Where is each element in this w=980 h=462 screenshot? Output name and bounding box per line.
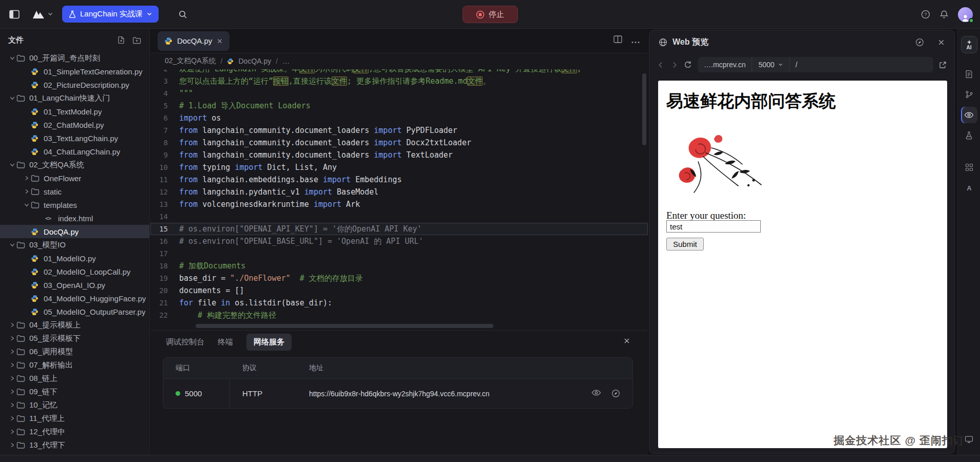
tree-item-folder[interactable]: 01_LangChain快速入门 bbox=[0, 91, 149, 105]
extensions-grid-icon[interactable] bbox=[961, 159, 977, 176]
tree-item-file[interactable]: 03_OpenAI_IO.py bbox=[0, 278, 149, 292]
code-line[interactable]: 3您可以点击最上方的“运行”按钮,直接运行该文件; 更多操作指引请参考Readm… bbox=[150, 75, 648, 87]
code-line[interactable]: 6import os bbox=[150, 112, 648, 124]
code-line[interactable]: 16# os.environ["OPENAI_BASE_URL"] = 'Ope… bbox=[150, 235, 648, 247]
tree-item-folder[interactable]: 07_解析输出 bbox=[0, 358, 149, 372]
chevron-right-icon[interactable] bbox=[8, 349, 16, 354]
open-in-browser-icon[interactable] bbox=[611, 389, 620, 398]
tree-item-folder[interactable]: templates bbox=[0, 198, 149, 211]
tab-network-service[interactable]: 网络服务 bbox=[246, 334, 292, 351]
code-line[interactable]: 19base_dir = "./OneFlower" # 文档的存放目录 bbox=[150, 272, 648, 284]
chevron-right-icon[interactable] bbox=[8, 442, 16, 448]
service-url[interactable]: https://6uib9x8r-hd6qkbrs-wy2shjk7hg94.v… bbox=[297, 390, 581, 398]
code-line[interactable]: 18# 加载Documents bbox=[150, 260, 648, 272]
chevron-right-icon[interactable] bbox=[8, 362, 16, 368]
url-bar[interactable]: ….mcprev.cn 5000 / bbox=[698, 57, 933, 72]
close-icon[interactable] bbox=[937, 38, 945, 46]
breadcrumb-symbol[interactable]: … bbox=[282, 57, 290, 65]
app-logo-icon[interactable] bbox=[32, 9, 45, 20]
preview-eye-icon[interactable] bbox=[591, 389, 601, 398]
new-folder-icon[interactable] bbox=[132, 36, 141, 44]
chevron-down-icon[interactable] bbox=[8, 55, 16, 61]
question-input[interactable] bbox=[666, 220, 761, 233]
bell-icon[interactable] bbox=[939, 10, 949, 19]
tree-item-file[interactable]: 04_ModelIO_HuggingFace.py bbox=[0, 292, 149, 305]
tab-terminal[interactable]: 终端 bbox=[218, 337, 233, 347]
url-path[interactable]: / bbox=[789, 57, 933, 72]
code-line[interactable]: 14 bbox=[150, 210, 648, 223]
tab-docqa[interactable]: DocQA.py bbox=[158, 31, 229, 51]
tree-item-folder[interactable]: 12_代理中 bbox=[0, 425, 149, 438]
table-row[interactable]: 5000 HTTP https://6uib9x8r-hd6qkbrs-wy2s… bbox=[163, 378, 632, 408]
tree-item-folder[interactable]: 06_调用模型 bbox=[0, 345, 149, 358]
code-line[interactable]: 9from langchain_community.document_loade… bbox=[150, 149, 648, 161]
chevron-down-icon[interactable] bbox=[8, 162, 16, 167]
code-line[interactable]: 7from langchain_community.document_loade… bbox=[150, 124, 648, 137]
vertical-scrollbar[interactable] bbox=[642, 73, 646, 145]
chevron-right-icon[interactable] bbox=[8, 389, 16, 394]
tree-item-folder[interactable]: 13_代理下 bbox=[0, 438, 149, 452]
test-flask-icon[interactable] bbox=[961, 127, 977, 144]
code-line[interactable]: 20documents = [] bbox=[150, 284, 648, 297]
chevron-right-icon[interactable] bbox=[8, 376, 16, 381]
forward-icon[interactable] bbox=[670, 61, 678, 69]
code-line[interactable]: 21for file in os.listdir(base_dir): bbox=[150, 297, 648, 309]
chevron-down-icon[interactable] bbox=[8, 95, 16, 101]
tab-close-icon[interactable] bbox=[217, 38, 223, 44]
code-line[interactable]: 22 # 构建完整的文件路径 bbox=[150, 309, 648, 321]
chevron-right-icon[interactable] bbox=[8, 416, 16, 421]
tree-item-file[interactable]: DocQA.py bbox=[0, 225, 149, 238]
chevron-down-icon[interactable] bbox=[8, 242, 16, 247]
open-in-new-icon[interactable] bbox=[939, 61, 947, 69]
split-editor-icon[interactable] bbox=[613, 35, 622, 46]
panel-close-icon[interactable] bbox=[623, 337, 630, 344]
tree-item-folder[interactable]: 05_提示模板下 bbox=[0, 332, 149, 345]
ai-assistant-button[interactable]: AI bbox=[961, 36, 977, 53]
chevron-right-icon[interactable] bbox=[8, 402, 16, 408]
code-line[interactable]: 13from volcenginesdkarkruntime import Ar… bbox=[150, 198, 648, 210]
more-actions-icon[interactable] bbox=[631, 35, 640, 46]
code-line[interactable]: 17 bbox=[150, 247, 648, 260]
source-control-icon[interactable] bbox=[961, 86, 977, 103]
web-preview-icon[interactable] bbox=[961, 107, 977, 123]
tree-item-file[interactable]: 02_ChatModel.py bbox=[0, 118, 149, 131]
code-line[interactable]: 2欢迎使用 LangChain 实战课。本文件为示例代码文件,您可以替换成您需要… bbox=[150, 69, 648, 75]
tree-item-file[interactable]: 04_ChatLangChain.py bbox=[0, 145, 149, 158]
port-selector[interactable]: 5000 bbox=[752, 57, 789, 72]
tree-item-file[interactable]: <>index.html bbox=[0, 211, 149, 225]
code-line[interactable]: 10from typing import Dict, List, Any bbox=[150, 161, 648, 174]
tree-item-folder[interactable]: 04_提示模板上 bbox=[0, 318, 149, 332]
search-icon[interactable] bbox=[178, 10, 187, 19]
notebook-icon[interactable] bbox=[961, 66, 977, 82]
chevron-right-icon[interactable] bbox=[8, 336, 16, 341]
stop-button[interactable]: 停止 bbox=[463, 6, 518, 23]
code-line[interactable]: 8from langchain_community.document_loade… bbox=[150, 137, 648, 149]
tree-item-folder[interactable]: OneFlower bbox=[0, 171, 149, 185]
tree-item-folder[interactable]: 00_开篇词_奇点时刻 bbox=[0, 51, 149, 65]
chevron-right-icon[interactable] bbox=[8, 322, 16, 328]
code-line[interactable]: 11from langchain.embeddings.base import … bbox=[150, 174, 648, 186]
tree-item-file[interactable]: 01_TextModel.py bbox=[0, 105, 149, 118]
chevron-right-icon[interactable] bbox=[23, 176, 31, 181]
workspace-chevron-icon[interactable] bbox=[48, 12, 53, 16]
code-line[interactable]: 12from langchain.pydantic_v1 import Base… bbox=[150, 186, 648, 198]
horizontal-scrollbar[interactable] bbox=[196, 324, 493, 328]
tree-item-folder[interactable]: 09_链下 bbox=[0, 385, 149, 398]
refresh-icon[interactable] bbox=[684, 61, 692, 69]
tree-item-folder[interactable]: 11_代理上 bbox=[0, 412, 149, 425]
sidebar-toggle-icon[interactable] bbox=[9, 10, 20, 19]
letter-a-icon[interactable]: A bbox=[961, 180, 977, 196]
tree-item-folder[interactable]: 08_链上 bbox=[0, 372, 149, 385]
url-host[interactable]: ….mcprev.cn bbox=[698, 57, 752, 72]
tree-item-file[interactable]: 05_ModelIO_OutputParser.py bbox=[0, 305, 149, 318]
submit-button[interactable]: Submit bbox=[666, 238, 704, 251]
tree-item-file[interactable]: 01_SimpleTextGeneration.py bbox=[0, 65, 149, 78]
avatar[interactable] bbox=[958, 7, 973, 22]
open-in-browser-icon[interactable] bbox=[915, 38, 924, 47]
help-icon[interactable]: ? bbox=[921, 10, 930, 19]
code-line[interactable]: 5# 1.Load 导入Document Loaders bbox=[150, 100, 648, 112]
code-line[interactable]: 15# os.environ["OPENAI_API_KEY"] = '你的Op… bbox=[150, 223, 648, 235]
code-editor[interactable]: 2欢迎使用 LangChain 实战课。本文件为示例代码文件,您可以替换成您需要… bbox=[150, 69, 648, 330]
tree-item-folder[interactable]: static bbox=[0, 185, 149, 198]
chevron-down-icon[interactable] bbox=[23, 202, 31, 207]
